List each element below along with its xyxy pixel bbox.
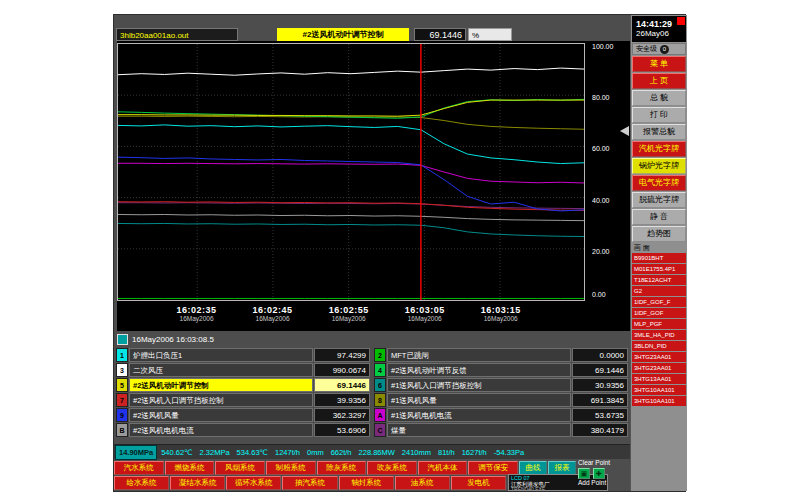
- pen-label[interactable]: #2送风机动叶调节控制: [129, 378, 313, 392]
- menu-button[interactable]: 风烟系统: [215, 461, 265, 475]
- alarm-indicator-icon[interactable]: [677, 17, 685, 25]
- pictures-label: 画 面: [632, 243, 686, 253]
- menu-button[interactable]: 给水系统: [114, 476, 169, 490]
- pen-label[interactable]: MFT已跳闸: [387, 348, 571, 362]
- pen-label[interactable]: #1送风机电机电流: [387, 408, 571, 422]
- pen-color-box: 2: [374, 348, 386, 362]
- picture-list-item[interactable]: 1IDF_GOF: [632, 308, 686, 318]
- status-value: 81t/h: [435, 446, 458, 459]
- clear-point-button[interactable]: ▣: [578, 468, 590, 479]
- y-tick-label: 20.00: [592, 248, 610, 255]
- x-tick: 16:02:5516May2006: [329, 305, 369, 322]
- status-value: 14.90MPa: [115, 445, 157, 460]
- menu-row-2: 给水系统凝结水系统循环水系统抽汽系统轴封系统油系统发电机: [114, 476, 506, 490]
- pen-label[interactable]: 炉膛出口负压1: [129, 348, 313, 362]
- picture-list-item[interactable]: 3HTG10AA101: [632, 385, 686, 395]
- y-tick-label: 100.00: [592, 43, 613, 50]
- trend-line: [118, 214, 584, 220]
- picture-list-item[interactable]: 1IDF_GOF_F: [632, 297, 686, 307]
- pen-label[interactable]: #2送风机动叶调节反馈: [387, 363, 571, 377]
- trend-line: [118, 203, 584, 209]
- legend-row[interactable]: 8#1送风机风量691.3845: [374, 393, 628, 407]
- scale-marker-icon[interactable]: [620, 126, 629, 136]
- legend-row[interactable]: 3二次风压990.0674: [116, 363, 370, 377]
- unit-status-bar: 14.90MPa540.62℃2.32MPa534.63℃1247t/h0mm6…: [114, 444, 630, 459]
- add-point-button[interactable]: ✚: [593, 468, 605, 479]
- menu-button[interactable]: 燃烧系统: [165, 461, 215, 475]
- sidebar-button[interactable]: 菜 单: [632, 56, 686, 72]
- status-value: -54.33Pa: [491, 446, 527, 459]
- cursor-icon[interactable]: [117, 334, 128, 345]
- legend-row[interactable]: A#1送风机电机电流53.6735: [374, 408, 628, 422]
- pen-label[interactable]: #1送风机入口调节挡板控制: [387, 378, 571, 392]
- menu-button[interactable]: 油系统: [395, 476, 450, 490]
- menu-button[interactable]: 凝结水系统: [170, 476, 225, 490]
- menu-button[interactable]: 循环水系统: [226, 476, 281, 490]
- legend-row[interactable]: 9#2送风机风量362.3297: [116, 408, 370, 422]
- picture-list-item[interactable]: 3HTG10AA101: [632, 396, 686, 406]
- sidebar-button[interactable]: 汽机光字牌: [632, 141, 686, 157]
- clock-date: 26May06: [632, 29, 686, 38]
- add-point-label[interactable]: Add Point: [578, 479, 630, 487]
- legend-row[interactable]: B#2送风机电机电流53.6906: [116, 423, 370, 437]
- sidebar-button[interactable]: 趋势图: [632, 226, 686, 242]
- x-tick-date: 16May2006: [481, 315, 521, 322]
- clear-point-label[interactable]: Clear Point: [578, 459, 630, 467]
- menu-row-1: 汽水系统燃烧系统风烟系统制粉系统除灰系统吹灰系统汽机本体调节保安曲线报表: [114, 461, 576, 475]
- picture-list-item[interactable]: 3HTG23AA01: [632, 352, 686, 362]
- sidebar-button[interactable]: 电气光字牌: [632, 175, 686, 191]
- legend-row[interactable]: 7#2送风机入口调节挡板控制39.9356: [116, 393, 370, 407]
- sidebar-button[interactable]: 静 音: [632, 209, 686, 225]
- x-tick-time: 16:03:15: [481, 305, 521, 315]
- pen-label[interactable]: 煤量: [387, 423, 571, 437]
- security-label: 安全级: [636, 44, 657, 54]
- pen-color-box: 7: [116, 393, 128, 407]
- picture-list-item[interactable]: G2: [632, 286, 686, 296]
- picture-list-item[interactable]: 3MLE_HA_PID: [632, 330, 686, 340]
- pen-color-box: 6: [374, 378, 386, 392]
- legend-row[interactable]: 5#2送风机动叶调节控制69.1446: [116, 378, 370, 392]
- sidebar-button[interactable]: 总 貌: [632, 90, 686, 106]
- legend-row[interactable]: 4#2送风机动叶调节反馈69.1446: [374, 363, 628, 377]
- trend-plot[interactable]: [117, 43, 585, 301]
- menu-button[interactable]: 制粉系统: [266, 461, 316, 475]
- pen-label[interactable]: #2送风机电机电流: [129, 423, 313, 437]
- pen-label[interactable]: #1送风机风量: [387, 393, 571, 407]
- x-axis: 16:02:3516May200616:02:4516May200616:02:…: [117, 305, 585, 331]
- picture-list-item[interactable]: 3HTG23AA01: [632, 363, 686, 373]
- sidebar-button[interactable]: 锅炉光字牌: [632, 158, 686, 174]
- pen-color-box: 3: [116, 363, 128, 377]
- picture-list-item[interactable]: B9901BHT: [632, 253, 686, 263]
- picture-list-item[interactable]: 3HTG13AA01: [632, 374, 686, 384]
- sidebar-button[interactable]: 打 印: [632, 107, 686, 123]
- menu-button[interactable]: 除灰系统: [317, 461, 367, 475]
- legend-row[interactable]: 6#1送风机入口调节挡板控制30.9356: [374, 378, 628, 392]
- menu-button[interactable]: 调节保安: [468, 461, 518, 475]
- sidebar-button[interactable]: 报警总貌: [632, 124, 686, 140]
- menu-button-teal[interactable]: 报表: [548, 461, 576, 475]
- status-value: 540.62℃: [158, 446, 195, 459]
- menu-button[interactable]: 轴封系统: [339, 476, 394, 490]
- picture-list-item[interactable]: M01E1755.4P1: [632, 264, 686, 274]
- pen-label[interactable]: #2送风机风量: [129, 408, 313, 422]
- picture-list-item[interactable]: MLP_PGF: [632, 319, 686, 329]
- menu-button[interactable]: 抽汽系统: [282, 476, 337, 490]
- menu-button[interactable]: 吹灰系统: [367, 461, 417, 475]
- pen-label[interactable]: #2送风机入口调节挡板控制: [129, 393, 313, 407]
- menu-button[interactable]: 汽机本体: [418, 461, 468, 475]
- sidebar-button[interactable]: 上 页: [632, 73, 686, 89]
- pen-label[interactable]: 二次风压: [129, 363, 313, 377]
- legend-row[interactable]: 1炉膛出口负压197.4299: [116, 348, 370, 362]
- picture-list-item[interactable]: T18E12ACHT: [632, 275, 686, 285]
- menu-button-teal[interactable]: 曲线: [519, 461, 547, 475]
- selected-point-title[interactable]: #2送风机动叶调节控制: [277, 28, 409, 41]
- picture-list-item[interactable]: 3BLDN_PID: [632, 341, 686, 351]
- sidebar-button[interactable]: 脱硫光字牌: [632, 192, 686, 208]
- legend-row[interactable]: C煤量380.4179: [374, 423, 628, 437]
- menu-button[interactable]: 发电机: [451, 476, 506, 490]
- legend-row[interactable]: 2MFT已跳闸0.0000: [374, 348, 628, 362]
- menu-button[interactable]: 汽水系统: [114, 461, 164, 475]
- trend-filename[interactable]: 3hlb20aa001ao.out: [116, 28, 238, 41]
- pen-color-box: 5: [116, 378, 128, 392]
- status-value: 2.32MPa: [197, 446, 233, 459]
